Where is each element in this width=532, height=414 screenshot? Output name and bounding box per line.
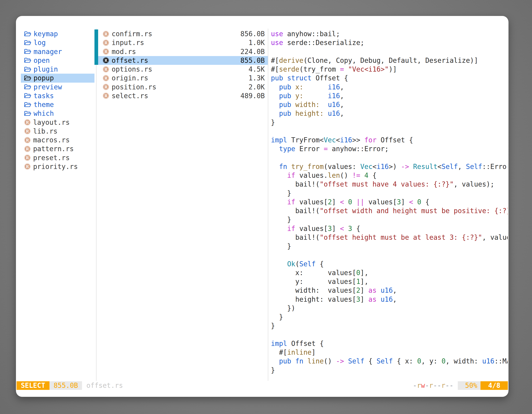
folder-icon (24, 66, 31, 72)
rust-file-icon: R (24, 137, 31, 143)
list-item[interactable]: Rselect.rs489.0B (98, 91, 268, 100)
file-size-badge: 855.0B (49, 381, 82, 390)
file-name: layout.rs (33, 118, 70, 126)
list-item[interactable]: popup (21, 74, 95, 82)
code-line: #[derive(Clone, Copy, Debug, Default, De… (271, 56, 508, 65)
code-line: } (271, 189, 508, 198)
code-line: bail!("offset width and height must be p… (271, 206, 508, 215)
file-name: pattern.rs (33, 145, 74, 153)
mode-badge: SELECT (17, 381, 49, 390)
rust-file-icon: R (24, 119, 31, 125)
file-name: popup (34, 74, 54, 82)
code-line: use anyhow::bail; (271, 29, 508, 38)
list-item[interactable]: Rposition.rs2.0K (98, 83, 268, 91)
list-item[interactable]: Rmod.rs224.0B (98, 47, 268, 56)
svg-text:R: R (26, 138, 29, 142)
list-item[interactable]: Roptions.rs4.5K (98, 65, 268, 74)
list-item[interactable]: Rlib.rs (21, 127, 95, 136)
code-line: } (271, 366, 508, 375)
svg-text:R: R (26, 147, 29, 151)
code-line: pub height: u16, (271, 109, 508, 118)
file-name: priority.rs (33, 163, 78, 171)
code-line: type Error = anyhow::Error; (271, 144, 508, 153)
list-item[interactable]: Rinput.rs1.0K (98, 38, 268, 47)
list-item[interactable]: Rconfirm.rs856.0B (98, 29, 268, 38)
file-size: 224.0B (240, 48, 268, 56)
list-item[interactable]: Rpattern.rs (21, 144, 95, 153)
cursor-position-badge: 4/8 (480, 381, 508, 390)
file-size: 855.0B (240, 57, 268, 64)
list-item[interactable]: open (21, 56, 95, 65)
visual-selection-marker (95, 29, 98, 65)
list-item[interactable]: log (21, 38, 95, 47)
file-name: position.rs (112, 83, 156, 91)
current-pane-file-list: Rconfirm.rs856.0BRinput.rs1.0KRmod.rs224… (98, 29, 268, 100)
code-line: height: values[3] as u16, (271, 295, 508, 304)
file-name: open (34, 57, 50, 64)
file-name: which (34, 109, 54, 117)
list-item[interactable]: tasks (21, 91, 95, 100)
svg-text:R: R (26, 129, 29, 133)
list-item[interactable]: keymap (21, 29, 95, 38)
file-size: 856.0B (240, 30, 268, 38)
pane-divider-right (268, 29, 268, 381)
rust-file-icon: R (103, 57, 109, 64)
code-line: x: values[0], (271, 268, 508, 277)
code-line (271, 47, 508, 56)
code-line: if values.len() != 4 { (271, 171, 508, 180)
status-left-group: SELECT 855.0B offset.rs (17, 381, 123, 390)
code-line: width: values[2] as u16, (271, 286, 508, 295)
folder-icon (24, 57, 31, 63)
folder-icon (24, 31, 31, 37)
svg-text:R: R (104, 32, 108, 36)
list-item[interactable]: Rpreset.rs (21, 154, 95, 162)
svg-text:R: R (104, 76, 108, 80)
file-name: theme (34, 101, 54, 109)
file-size: 4.5K (249, 65, 268, 73)
code-line: Ok(Self { (271, 260, 508, 268)
list-item[interactable]: manager (21, 47, 95, 56)
list-item[interactable]: plugin (21, 65, 95, 74)
list-item[interactable]: preview (21, 83, 95, 91)
code-line: y: values[1], (271, 277, 508, 286)
list-item[interactable]: Rlayout.rs (21, 118, 95, 127)
file-name: preset.rs (33, 154, 70, 162)
svg-text:R: R (26, 164, 29, 169)
code-line: pub y: i16, (271, 91, 508, 100)
list-item[interactable]: which (21, 109, 95, 118)
file-name: macros.rs (33, 136, 70, 144)
list-item[interactable]: theme (21, 100, 95, 109)
code-line: } (271, 215, 508, 224)
status-right-group: -rw-r--r-- 50% 4/8 (413, 381, 508, 390)
file-name: tasks (34, 92, 54, 100)
code-line: } (271, 242, 508, 250)
svg-text:R: R (104, 58, 108, 63)
folder-icon (24, 75, 31, 81)
svg-text:R: R (104, 49, 108, 54)
list-item[interactable]: Rpriority.rs (21, 162, 95, 171)
code-line: } (271, 313, 508, 321)
rust-file-icon: R (103, 66, 109, 73)
svg-text:R: R (26, 120, 29, 125)
file-size: 1.0K (249, 39, 268, 47)
code-line: pub fn line() -> Self { Self { x: 0, y: … (271, 357, 508, 366)
code-line: impl TryFrom<Vec<i16>> for Offset { (271, 136, 508, 144)
file-name: keymap (34, 30, 58, 38)
status-bar: SELECT 855.0B offset.rs -rw-r--r-- 50% 4… (17, 381, 508, 390)
list-item[interactable]: Roffset.rs855.0B (98, 56, 268, 65)
file-name: origin.rs (112, 74, 148, 82)
list-item[interactable]: Rorigin.rs1.3K (98, 74, 268, 82)
code-line: if values[2] < 0 || values[3] < 0 { (271, 198, 508, 206)
code-line: }) (271, 304, 508, 313)
file-name: preview (34, 83, 62, 91)
scroll-percent-badge: 50% (458, 381, 481, 390)
rust-file-icon: R (24, 154, 31, 161)
pane-divider-left (96, 29, 96, 381)
list-item[interactable]: Rmacros.rs (21, 136, 95, 144)
rust-file-icon: R (24, 163, 31, 170)
rust-file-icon: R (24, 128, 31, 135)
file-size: 1.3K (249, 74, 268, 82)
rust-file-icon: R (103, 48, 109, 55)
rust-file-icon: R (103, 84, 109, 90)
rust-file-icon: R (103, 31, 109, 37)
